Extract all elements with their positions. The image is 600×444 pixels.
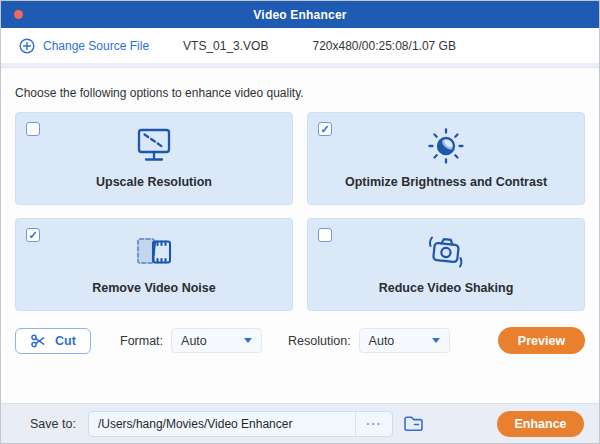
option-label: Reduce Video Shaking xyxy=(379,281,514,295)
resolution-label: Resolution: xyxy=(288,334,351,348)
save-path-value[interactable]: /Users/hang/Movies/Video Enhancer xyxy=(89,412,355,436)
resolution-group: Resolution: Auto xyxy=(288,328,450,353)
option-label: Remove Video Noise xyxy=(92,281,215,295)
change-source-file-button[interactable]: Change Source File xyxy=(19,38,149,54)
remove-noise-checkbox[interactable] xyxy=(26,228,40,242)
controls-row: Cut Format: Auto Resolution: Auto Previe… xyxy=(15,327,585,354)
cut-label: Cut xyxy=(55,334,76,348)
monitor-upscale-icon xyxy=(132,124,176,168)
footer-bar: Save to: /Users/hang/Movies/Video Enhanc… xyxy=(1,403,599,443)
format-group: Format: Auto xyxy=(120,328,262,353)
option-label: Upscale Resolution xyxy=(96,175,212,189)
chevron-down-icon xyxy=(432,338,440,343)
source-file-info: 720x480/00:25:08/1.07 GB xyxy=(312,39,455,53)
save-path-field[interactable]: /Users/hang/Movies/Video Enhancer ··· xyxy=(88,411,393,437)
browse-path-button[interactable]: ··· xyxy=(355,412,392,436)
resolution-value: Auto xyxy=(369,334,395,348)
preview-button[interactable]: Preview xyxy=(498,327,585,354)
main-content: Choose the following options to enhance … xyxy=(1,68,599,354)
upscale-resolution-checkbox[interactable] xyxy=(26,122,40,136)
format-label: Format: xyxy=(120,334,163,348)
camera-shake-icon xyxy=(423,230,469,274)
open-folder-button[interactable] xyxy=(403,414,424,433)
change-source-file-label: Change Source File xyxy=(43,39,149,53)
format-dropdown[interactable]: Auto xyxy=(171,328,262,353)
cut-button[interactable]: Cut xyxy=(15,328,91,354)
enhance-button[interactable]: Enhance xyxy=(497,411,584,437)
reduce-shaking-checkbox[interactable] xyxy=(318,228,332,242)
option-cards: Upscale Resolution xyxy=(15,112,585,311)
option-card-upscale-resolution[interactable]: Upscale Resolution xyxy=(15,112,293,205)
brightness-contrast-icon xyxy=(423,124,469,168)
plus-circle-icon xyxy=(19,38,35,54)
option-card-remove-noise[interactable]: Remove Video Noise xyxy=(15,218,293,311)
option-card-reduce-shaking[interactable]: Reduce Video Shaking xyxy=(307,218,585,311)
titlebar: Video Enhancer xyxy=(1,1,599,28)
chevron-down-icon xyxy=(244,338,252,343)
resolution-dropdown[interactable]: Auto xyxy=(359,328,450,353)
folder-icon xyxy=(403,414,424,433)
video-enhancer-window: Video Enhancer Change Source File VTS_01… xyxy=(0,0,600,444)
source-file-name: VTS_01_3.VOB xyxy=(183,39,268,53)
option-card-optimize-brightness[interactable]: Optimize Brightness and Contrast xyxy=(307,112,585,205)
instruction-text: Choose the following options to enhance … xyxy=(15,86,585,100)
window-title: Video Enhancer xyxy=(1,8,599,22)
film-strip-icon xyxy=(131,230,177,274)
save-to-label: Save to: xyxy=(30,417,76,431)
scissors-icon xyxy=(30,333,46,349)
close-button[interactable] xyxy=(14,10,23,19)
source-header: Change Source File VTS_01_3.VOB 720x480/… xyxy=(1,28,599,63)
format-value: Auto xyxy=(181,334,207,348)
option-label: Optimize Brightness and Contrast xyxy=(345,175,547,189)
optimize-brightness-checkbox[interactable] xyxy=(318,122,332,136)
